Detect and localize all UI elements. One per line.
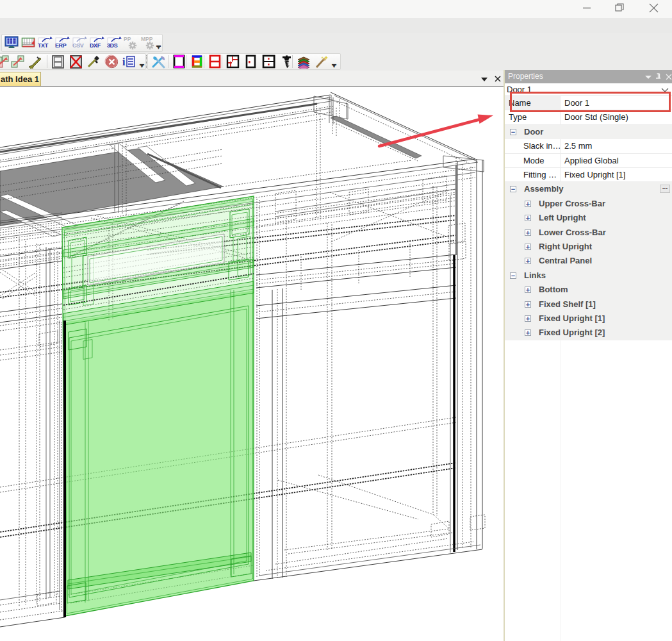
svg-text:CSV: CSV xyxy=(72,42,84,49)
svg-text:3DS: 3DS xyxy=(107,42,118,49)
svg-text:TXT: TXT xyxy=(38,42,49,49)
svg-text:ERP: ERP xyxy=(55,42,67,49)
svg-text:DXF: DXF xyxy=(90,42,101,49)
svg-text:MPP: MPP xyxy=(141,36,153,42)
svg-text:i: i xyxy=(122,56,126,67)
svg-text:PP: PP xyxy=(124,36,131,42)
